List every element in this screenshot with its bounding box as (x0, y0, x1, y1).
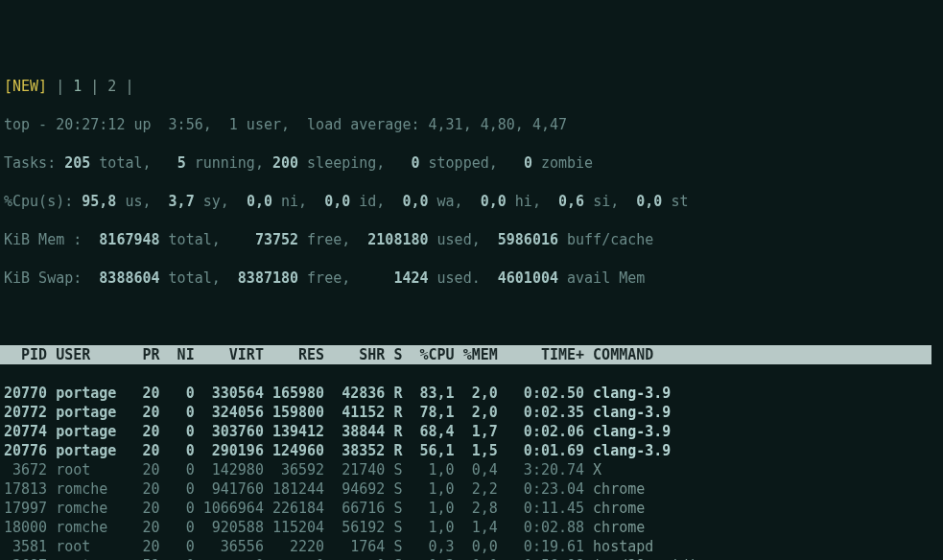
blank-line (0, 307, 943, 326)
process-row: 20772 portage 20 0 324056 159800 41152 R… (0, 403, 943, 422)
swap-line: KiB Swap: 8388604 total, 8387180 free, 1… (0, 268, 943, 288)
process-row: 18000 romche 20 0 920588 115204 56192 S … (0, 518, 943, 537)
process-command: clang-3.9 (593, 442, 671, 459)
top-summary: top - 20:27:12 up 3:56, 1 user, load ave… (0, 115, 943, 134)
cpu-line: %Cpu(s): 95,8 us, 3,7 sy, 0,0 ni, 0,0 id… (0, 192, 943, 211)
tab-sep: | (90, 78, 99, 95)
process-command: chrome (593, 519, 645, 536)
tab-new[interactable]: [NEW] (4, 78, 47, 95)
process-command: chrome (593, 500, 645, 517)
mem-line: KiB Mem : 8167948 total, 73752 free, 210… (0, 230, 943, 249)
process-list: 20770 portage 20 0 330564 165980 42836 R… (0, 384, 943, 560)
process-header: PID USER PR NI VIRT RES SHR S %CPU %MEM … (0, 345, 931, 364)
tasks-line: Tasks: 205 total, 5 running, 200 sleepin… (0, 153, 943, 173)
process-command: clang-3.9 (593, 423, 671, 440)
tab-sep: | (56, 78, 64, 95)
process-row: 20774 portage 20 0 303760 139412 38844 R… (0, 422, 943, 441)
process-row: 3672 root 20 0 142980 36592 21740 S 1,0 … (0, 460, 943, 479)
tab-2[interactable]: 2 (99, 78, 125, 95)
tab-bar: [NEW] | 1 | 2 | (0, 77, 943, 96)
process-command: clang-3.9 (593, 404, 671, 421)
process-row: 17813 romche 20 0 941760 181244 94692 S … (0, 479, 943, 499)
process-row: 20770 portage 20 0 330564 165980 42836 R… (0, 384, 943, 403)
process-row: 17997 romche 20 0 1066964 226184 66716 S… (0, 499, 943, 518)
process-command: clang-3.9 (593, 385, 671, 402)
process-row: 3687 root -51 0 0 0 0 S 0,3 0,0 0:56.98 … (0, 556, 943, 560)
process-row: 3581 root 20 0 36556 2220 1764 S 0,3 0,0… (0, 537, 943, 556)
process-command: chrome (593, 480, 645, 498)
tab-1[interactable]: 1 (64, 78, 90, 95)
process-command: X (593, 461, 601, 478)
tab-sep: | (125, 78, 133, 95)
process-command: hostapd (593, 538, 653, 555)
process-row: 20776 portage 20 0 290196 124960 38352 R… (0, 441, 943, 460)
